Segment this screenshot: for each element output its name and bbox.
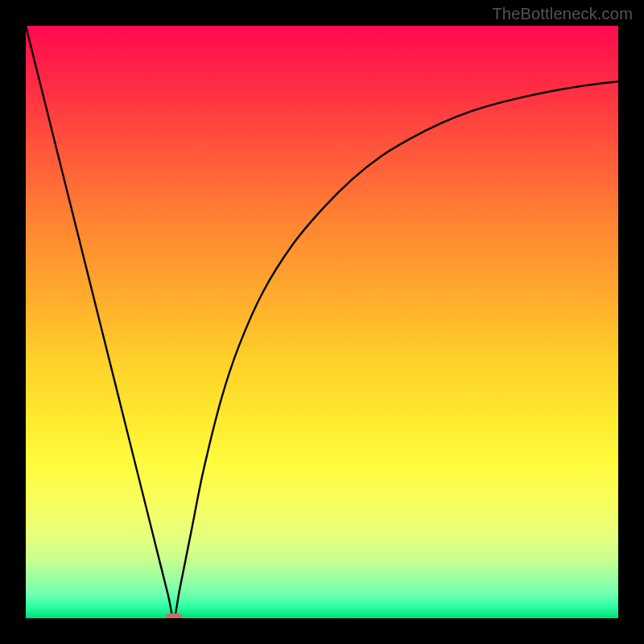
optimal-marker (165, 613, 183, 618)
bottleneck-curve (26, 26, 618, 618)
watermark-text: TheBottleneck.com (492, 5, 633, 23)
plot-area (26, 26, 618, 618)
curve-svg (26, 26, 618, 618)
chart-frame: TheBottleneck.com (0, 0, 644, 644)
